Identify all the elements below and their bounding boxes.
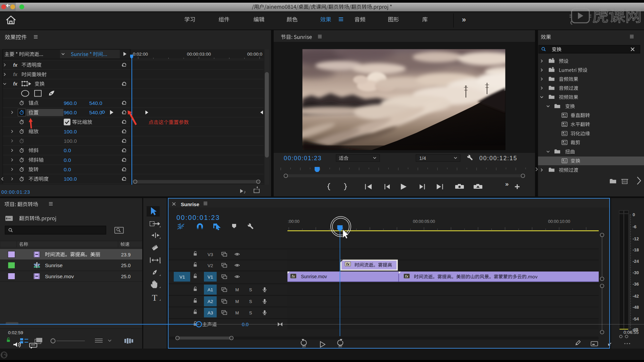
svg-text:23.9: 23.9 xyxy=(121,252,130,257)
svg-text:25.0: 25.0 xyxy=(121,274,130,279)
svg-text:M: M xyxy=(235,299,239,304)
svg-text:»: » xyxy=(505,180,509,187)
svg-text:00:00:0: 00:00:0 xyxy=(247,52,262,57)
svg-text:S: S xyxy=(249,299,252,304)
svg-text:0:02:00: 0:02:00 xyxy=(133,52,148,57)
svg-text:»: » xyxy=(462,15,466,24)
svg-text:540.0: 540.0 xyxy=(89,100,102,106)
svg-text:1/4: 1/4 xyxy=(419,156,426,161)
svg-text:-30: -30 xyxy=(633,270,639,275)
svg-text:00:00:01:23: 00:00:01:23 xyxy=(284,155,322,162)
svg-text::00:00: :00:00 xyxy=(288,219,300,224)
svg-text:30: 30 xyxy=(338,344,342,348)
svg-text:fx: fx xyxy=(13,62,18,68)
svg-text:00:00:01:23: 00:00:01:23 xyxy=(176,214,220,221)
svg-text:M: M xyxy=(235,287,239,292)
svg-text:25.0: 25.0 xyxy=(121,263,130,268)
svg-text:-18: -18 xyxy=(633,247,639,252)
svg-text:540.0: 540.0 xyxy=(89,110,102,115)
svg-text:100.0: 100.0 xyxy=(64,129,77,134)
svg-text:-42: -42 xyxy=(633,294,639,299)
svg-text:T: T xyxy=(152,293,157,303)
svg-text:100.0: 100.0 xyxy=(64,138,77,144)
svg-text:0.0: 0.0 xyxy=(64,147,71,153)
svg-text:00:00:05:00: 00:00:05:00 xyxy=(413,219,435,224)
svg-text:-48: -48 xyxy=(633,305,639,310)
svg-text:Sunrise: Sunrise xyxy=(45,262,63,268)
svg-text:V1: V1 xyxy=(208,275,213,280)
svg-text:00:00:10:00: 00:00:10:00 xyxy=(548,219,570,224)
svg-text:-12: -12 xyxy=(633,236,639,241)
svg-text:fx: fx xyxy=(405,274,409,278)
svg-text:fx: fx xyxy=(346,262,350,266)
svg-text:-24: -24 xyxy=(633,259,639,264)
svg-text:0:02:59: 0:02:59 xyxy=(8,330,23,335)
svg-text:0:06:55: 0:06:55 xyxy=(624,330,639,335)
svg-text:0.0: 0.0 xyxy=(64,157,71,163)
svg-text:M: M xyxy=(235,310,239,315)
svg-text:V2: V2 xyxy=(208,263,213,268)
svg-text:♪: ♪ xyxy=(244,189,246,194)
svg-text:Sunrise.mov: Sunrise.mov xyxy=(45,274,74,279)
svg-text:960.0: 960.0 xyxy=(64,110,77,115)
svg-text:V1: V1 xyxy=(179,275,185,280)
svg-text:Sunrise.mov: Sunrise.mov xyxy=(301,274,327,279)
svg-text:960.0: 960.0 xyxy=(64,100,77,106)
svg-text:100.0: 100.0 xyxy=(64,176,77,182)
svg-text:0: 0 xyxy=(633,212,635,217)
svg-text:fx: fx xyxy=(13,81,18,86)
svg-text:A3: A3 xyxy=(208,310,213,315)
svg-text:00:00:03:00: 00:00:03:00 xyxy=(187,52,211,57)
svg-text:00:00:01:23: 00:00:01:23 xyxy=(1,189,30,195)
svg-text:S: S xyxy=(249,310,252,315)
svg-text:S: S xyxy=(249,287,252,292)
svg-text:A2: A2 xyxy=(208,299,213,304)
svg-text:-6: -6 xyxy=(633,224,637,229)
svg-text:10: 10 xyxy=(302,344,306,348)
svg-text:-54: -54 xyxy=(633,316,639,321)
svg-text:-36: -36 xyxy=(633,282,639,287)
svg-text:V3: V3 xyxy=(208,252,213,257)
svg-text:fx: fx xyxy=(292,274,296,278)
svg-text:Sunrise: Sunrise xyxy=(181,201,199,207)
svg-text:A1: A1 xyxy=(208,287,213,292)
svg-text:0.0: 0.0 xyxy=(64,167,71,172)
svg-text:00:00:12:15: 00:00:12:15 xyxy=(479,155,517,162)
svg-text:fx: fx xyxy=(13,72,18,77)
